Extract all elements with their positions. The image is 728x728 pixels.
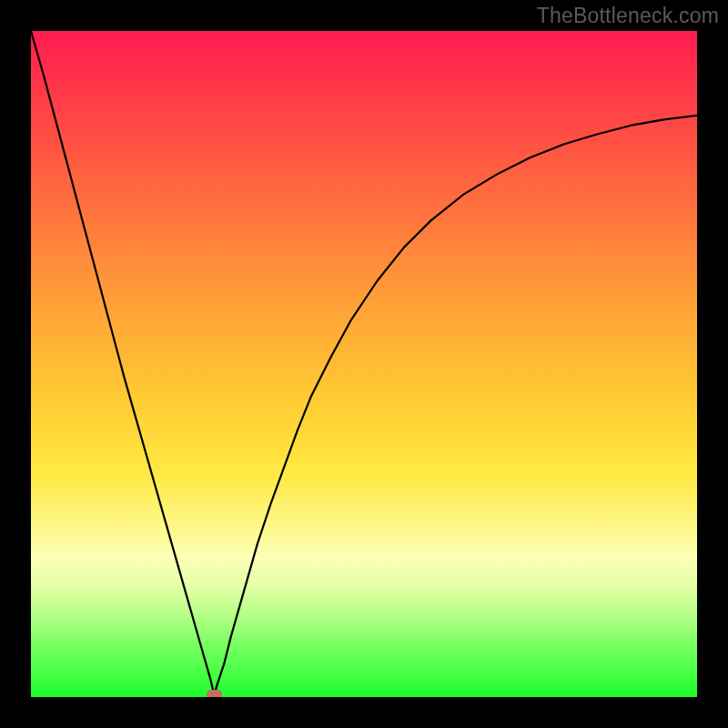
plot-area [31,31,697,697]
chart-frame: TheBottleneck.com [0,0,728,728]
watermark-text: TheBottleneck.com [537,4,719,28]
bottleneck-curve [31,31,697,697]
minimum-marker [207,690,222,697]
